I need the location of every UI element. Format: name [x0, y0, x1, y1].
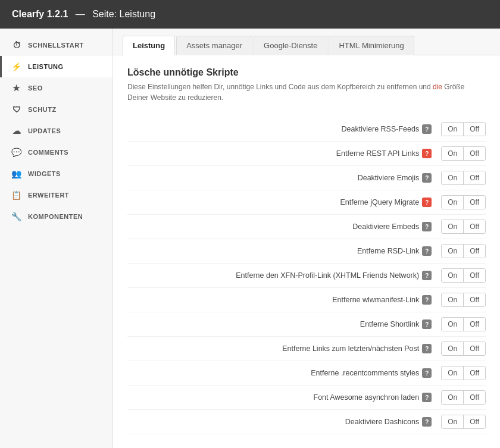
toggle-off-4[interactable]: Off [464, 220, 485, 233]
help-badge-1[interactable]: ? [422, 149, 432, 158]
toggle-on-8[interactable]: On [442, 318, 464, 331]
separator: — [76, 9, 85, 19]
setting-row-11: Font Awesome asynchron laden?OnOff [127, 386, 486, 410]
toggle-on-1[interactable]: On [442, 147, 464, 160]
tab-google-dienste[interactable]: Google-Dienste [254, 36, 327, 55]
toggle-group-9: OnOff [441, 342, 486, 356]
help-badge-10[interactable]: ? [422, 368, 432, 378]
settings-list: Deaktiviere RSS-Feeds?OnOffEntferne REST… [127, 117, 486, 434]
setting-row-0: Deaktiviere RSS-Feeds?OnOff [127, 117, 486, 142]
header-title: Clearfy 1.2.1 — Seite: Leistung [12, 9, 155, 20]
toggle-on-11[interactable]: On [442, 391, 464, 404]
toggle-group-2: OnOff [441, 171, 486, 185]
setting-label-3: Entferne jQuery Migrate? [127, 198, 435, 207]
toggle-off-5[interactable]: Off [464, 245, 485, 258]
section-title: Lösche unnötige Skripte [127, 67, 486, 78]
leistung-icon: ⚡ [11, 62, 22, 71]
sidebar-item-label-comments: Comments [28, 149, 68, 156]
setting-label-10: Entferne .recentcomments styles? [127, 368, 435, 378]
sidebar-item-komponenten[interactable]: 🔧 Komponenten [0, 206, 112, 227]
setting-row-9: Entferne Links zum letzten/nächsten Post… [127, 337, 486, 361]
schutz-icon: 🛡 [11, 105, 22, 114]
sidebar-item-label-komponenten: Komponenten [28, 213, 83, 220]
toggle-off-11[interactable]: Off [464, 391, 485, 404]
toggle-on-5[interactable]: On [442, 245, 464, 258]
toggle-off-8[interactable]: Off [464, 318, 485, 331]
toggle-off-9[interactable]: Off [464, 342, 485, 355]
toggle-off-7[interactable]: Off [464, 293, 485, 306]
toggle-off-12[interactable]: Off [464, 415, 485, 428]
setting-label-2: Deaktiviere Emojis? [127, 173, 435, 183]
toggle-off-2[interactable]: Off [464, 171, 485, 184]
help-badge-6[interactable]: ? [422, 271, 432, 280]
help-badge-5[interactable]: ? [422, 246, 432, 256]
toggle-group-3: OnOff [441, 195, 486, 209]
tab-leistung[interactable]: Leistung [123, 36, 175, 55]
setting-label-5: Entferne RSD-Link? [127, 246, 435, 256]
widgets-icon: 👥 [11, 169, 22, 178]
sidebar-item-leistung[interactable]: ⚡ Leistung [0, 56, 112, 77]
help-badge-9[interactable]: ? [422, 344, 432, 353]
main-panel: LeistungAssets managerGoogle-DiensteHTML… [113, 29, 500, 448]
tab-bar: LeistungAssets managerGoogle-DiensteHTML… [113, 29, 500, 55]
sidebar-item-label-seo: SEO [28, 84, 43, 92]
seo-icon: ★ [11, 83, 22, 93]
sidebar-item-schutz[interactable]: 🛡 Schutz [0, 99, 112, 120]
help-badge-3[interactable]: ? [422, 198, 432, 207]
toggle-group-10: OnOff [441, 366, 486, 380]
toggle-off-0[interactable]: Off [464, 123, 485, 136]
setting-row-4: Deaktiviere Embeds?OnOff [127, 215, 486, 239]
toggle-group-8: OnOff [441, 317, 486, 331]
toggle-on-3[interactable]: On [442, 196, 464, 209]
sidebar-item-schnellstart[interactable]: ⏱ Schnellstart [0, 35, 112, 56]
help-badge-0[interactable]: ? [422, 124, 432, 134]
setting-label-4: Deaktiviere Embeds? [127, 222, 435, 231]
main-layout: ⏱ Schnellstart ⚡ Leistung ★ SEO 🛡 Schutz… [0, 29, 500, 448]
toggle-group-12: OnOff [441, 415, 486, 429]
toggle-on-9[interactable]: On [442, 342, 464, 355]
toggle-on-0[interactable]: On [442, 123, 464, 136]
setting-row-12: Deaktiviere Dashicons?OnOff [127, 410, 486, 434]
sidebar-item-updates[interactable]: ☁ Updates [0, 120, 112, 142]
toggle-off-3[interactable]: Off [464, 196, 485, 209]
sidebar-item-label-widgets: Widgets [28, 170, 61, 177]
help-badge-8[interactable]: ? [422, 319, 432, 329]
setting-row-6: Entferne den XFN-Profil-Link (XHTML Frie… [127, 264, 486, 288]
toggle-off-6[interactable]: Off [464, 269, 485, 282]
sidebar-item-comments[interactable]: 💬 Comments [0, 142, 112, 163]
toggle-on-2[interactable]: On [442, 171, 464, 184]
help-badge-12[interactable]: ? [422, 417, 432, 427]
toggle-on-12[interactable]: On [442, 415, 464, 428]
content-area: Lösche unnötige Skripte Diese Einstellun… [113, 55, 500, 448]
sidebar-item-label-updates: Updates [28, 127, 61, 134]
toggle-on-4[interactable]: On [442, 220, 464, 233]
setting-label-8: Entferne Shortlink? [127, 319, 435, 329]
help-badge-4[interactable]: ? [422, 222, 432, 231]
toggle-on-6[interactable]: On [442, 269, 464, 282]
app-header: Clearfy 1.2.1 — Seite: Leistung [0, 0, 500, 29]
toggle-group-0: OnOff [441, 122, 486, 136]
setting-row-7: Entferne wlwmanifest-Link?OnOff [127, 288, 486, 312]
desc-highlight: die [433, 83, 442, 91]
setting-label-9: Entferne Links zum letzten/nächsten Post… [127, 344, 435, 353]
toggle-on-10[interactable]: On [442, 366, 464, 380]
sidebar-item-seo[interactable]: ★ SEO [0, 77, 112, 99]
toggle-on-7[interactable]: On [442, 293, 464, 306]
help-badge-2[interactable]: ? [422, 173, 432, 183]
tab-html-minimierung[interactable]: HTML Minimierung [329, 36, 414, 55]
updates-icon: ☁ [11, 126, 22, 136]
sidebar-item-erweitert[interactable]: 📋 Erweitert [0, 184, 112, 206]
tab-assets-manager[interactable]: Assets manager [176, 36, 252, 55]
comments-icon: 💬 [11, 148, 22, 157]
toggle-off-10[interactable]: Off [464, 366, 485, 380]
help-badge-11[interactable]: ? [422, 393, 432, 402]
toggle-off-1[interactable]: Off [464, 147, 485, 160]
toggle-group-5: OnOff [441, 244, 486, 258]
sidebar-item-widgets[interactable]: 👥 Widgets [0, 163, 112, 184]
setting-label-0: Deaktiviere RSS-Feeds? [127, 124, 435, 134]
help-badge-7[interactable]: ? [422, 295, 432, 305]
setting-row-1: Entferne REST API Links?OnOff [127, 142, 486, 166]
sidebar-item-label-schutz: Schutz [28, 106, 57, 113]
setting-label-7: Entferne wlwmanifest-Link? [127, 295, 435, 305]
toggle-group-6: OnOff [441, 268, 486, 283]
